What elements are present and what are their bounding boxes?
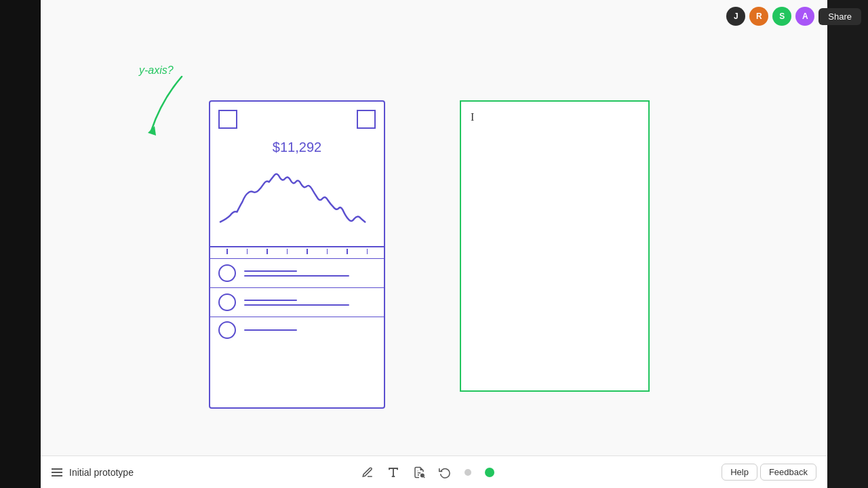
- list-line-long: [244, 275, 349, 277]
- tick: [226, 249, 228, 254]
- phone-wireframe: $11,292: [209, 100, 385, 409]
- tick: [327, 249, 328, 254]
- dot-separator: [465, 469, 471, 476]
- chart-area: [210, 158, 384, 246]
- list-line-short: [244, 270, 297, 272]
- list-lines: [244, 270, 376, 277]
- list-circle: [218, 321, 236, 339]
- bottom-bar: Initial prototype: [41, 455, 827, 488]
- list-item: [210, 287, 384, 317]
- tick: [307, 249, 308, 254]
- list-line-short: [244, 300, 297, 301]
- avatar-r: R: [749, 7, 768, 26]
- bottom-left: Initial prototype: [52, 467, 134, 478]
- avatar-s: S: [772, 7, 791, 26]
- phone-square-right: [357, 110, 376, 129]
- bucket-tool[interactable]: [413, 466, 425, 479]
- svg-line-4: [424, 476, 425, 477]
- green-box-wireframe: I: [460, 100, 650, 392]
- canvas-area: y-axis? $11,292: [41, 0, 827, 455]
- hamburger-line: [52, 472, 62, 473]
- hamburger-line: [52, 475, 62, 476]
- toolbar-center: [361, 466, 494, 479]
- left-sidebar: [0, 0, 41, 488]
- x-axis-ticks: [210, 247, 384, 256]
- help-button[interactable]: Help: [722, 464, 757, 481]
- list-line-long: [244, 304, 349, 306]
- avatar-a: A: [795, 7, 814, 26]
- tick: [287, 249, 288, 254]
- share-button[interactable]: Share: [818, 8, 861, 25]
- tick: [267, 249, 268, 254]
- tick: [367, 249, 368, 254]
- list-circle: [218, 264, 236, 282]
- hamburger-menu[interactable]: [52, 468, 62, 476]
- page-title: Initial prototype: [69, 467, 134, 478]
- list-area: [210, 258, 384, 343]
- text-cursor: I: [471, 111, 474, 123]
- pen-tool[interactable]: [361, 466, 374, 479]
- list-lines: [244, 329, 376, 331]
- undo-tool[interactable]: [439, 466, 451, 479]
- avatar-j: J: [726, 7, 745, 26]
- list-item: [210, 258, 384, 287]
- list-circle: [218, 293, 236, 311]
- list-lines: [244, 300, 376, 306]
- bottom-right: Help Feedback: [722, 464, 816, 481]
- phone-top-row: [210, 102, 384, 134]
- list-item-partial: [210, 317, 384, 343]
- feedback-button[interactable]: Feedback: [760, 464, 816, 481]
- status-dot: [485, 468, 494, 477]
- phone-price: $11,292: [210, 134, 384, 158]
- tick: [247, 249, 248, 254]
- text-tool[interactable]: [387, 466, 399, 479]
- phone-square-left: [218, 110, 237, 129]
- hamburger-line: [52, 468, 62, 470]
- top-bar: J R S A Share: [726, 7, 861, 26]
- line-chart: [217, 158, 377, 239]
- list-line-short: [244, 329, 297, 331]
- tick: [347, 249, 348, 254]
